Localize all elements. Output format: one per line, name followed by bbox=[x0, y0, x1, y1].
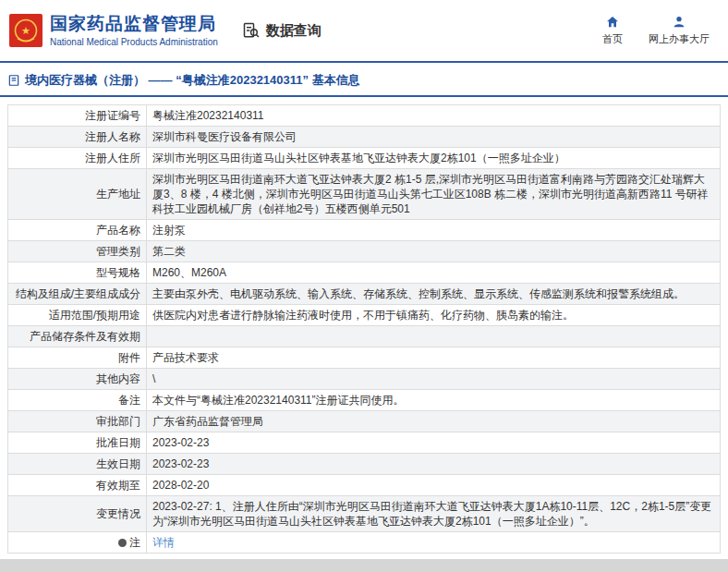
table-row: 产品储存条件及有效期 bbox=[8, 326, 721, 347]
header-links: 首页 网上办事大厅 bbox=[602, 15, 710, 46]
field-value: 深圳市光明区马田街道南环大道飞亚达钟表大厦2 栋1-5 层,深圳市光明区马田街道… bbox=[147, 169, 721, 220]
field-label: 有效期至 bbox=[8, 475, 147, 496]
field-value: 深圳市科曼医疗设备有限公司 bbox=[147, 127, 721, 148]
field-label: 变更情况 bbox=[8, 496, 147, 532]
table-row: 有效期至2028-02-20 bbox=[8, 475, 721, 496]
page-title: 境内医疗器械（注册） —— “粤械注准20232140311” 基本信息 bbox=[25, 72, 360, 89]
field-value: 广东省药品监督管理局 bbox=[147, 411, 721, 432]
service-hall-link[interactable]: 网上办事大厅 bbox=[649, 15, 710, 46]
table-row: 注册证编号粤械注准20232140311 bbox=[8, 105, 721, 127]
field-label: 适用范围/预期用途 bbox=[8, 305, 147, 326]
national-emblem-icon: ★ bbox=[9, 14, 42, 47]
field-value bbox=[147, 326, 721, 347]
field-label: 注 bbox=[8, 532, 147, 554]
info-table-wrap: 注册证编号粤械注准20232140311注册人名称深圳市科曼医疗设备有限公司注册… bbox=[0, 97, 728, 554]
field-value: 本文件与“粤械注准20232140311”注册证共同使用。 bbox=[147, 390, 721, 411]
info-table-body: 注册证编号粤械注准20232140311注册人名称深圳市科曼医疗设备有限公司注册… bbox=[8, 105, 721, 554]
header: ★ 国家药品监督管理局 National Medical Products Ad… bbox=[0, 0, 728, 61]
field-label: 结构及组成/主要组成成分 bbox=[8, 284, 147, 305]
field-value: 供医院内对患者进行静脉输注药液时使用，不用于镇痛药、化疗药物、胰岛素的输注。 bbox=[147, 305, 721, 326]
detail-link[interactable]: 详情 bbox=[152, 536, 175, 549]
field-value: M260、M260A bbox=[147, 262, 721, 284]
field-value: 2023-02-23 bbox=[147, 432, 721, 454]
table-row: 审批部门广东省药品监督管理局 bbox=[8, 411, 721, 432]
table-row: 型号规格M260、M260A bbox=[8, 262, 721, 284]
org-subtitle: National Medical Products Administration bbox=[50, 37, 218, 47]
table-row: 批准日期2023-02-23 bbox=[8, 432, 721, 454]
table-row: 适用范围/预期用途供医院内对患者进行静脉输注药液时使用，不用于镇痛药、化疗药物、… bbox=[8, 305, 721, 326]
footer-band bbox=[0, 559, 728, 572]
field-label: 型号规格 bbox=[8, 262, 147, 284]
org-title: 国家药品监督管理局 bbox=[50, 14, 218, 34]
field-value: 2023-02-27: 1、注册人住所由“深圳市光明区马田街道南环大道飞亚达钟表… bbox=[147, 496, 721, 532]
field-label: 管理类别 bbox=[8, 241, 147, 262]
field-label: 附件 bbox=[8, 347, 147, 369]
table-row: 结构及组成/主要组成成分主要由泵外壳、电机驱动系统、输入系统、存储系统、控制系统… bbox=[8, 284, 721, 305]
field-label: 产品储存条件及有效期 bbox=[8, 326, 147, 347]
table-row: 生产地址深圳市光明区马田街道南环大道飞亚达钟表大厦2 栋1-5 层,深圳市光明区… bbox=[8, 169, 721, 220]
data-query-icon bbox=[242, 21, 261, 40]
field-value: \ bbox=[147, 369, 721, 390]
info-table: 注册证编号粤械注准20232140311注册人名称深圳市科曼医疗设备有限公司注册… bbox=[7, 104, 721, 554]
field-value: 详情 bbox=[147, 532, 721, 554]
field-value: 注射泵 bbox=[147, 220, 721, 241]
table-row: 注册人住所深圳市光明区马田街道马山头社区钟表基地飞亚达钟表大厦2栋101（一照多… bbox=[8, 148, 721, 169]
data-query-nav[interactable]: 数据查询 bbox=[242, 21, 322, 40]
field-value: 2028-02-20 bbox=[147, 475, 721, 496]
home-label: 首页 bbox=[602, 32, 623, 46]
document-icon bbox=[7, 74, 20, 87]
table-row: 备注本文件与“粤械注准20232140311”注册证共同使用。 bbox=[8, 390, 721, 411]
field-label: 审批部门 bbox=[8, 411, 147, 432]
table-row: 变更情况2023-02-27: 1、注册人住所由“深圳市光明区马田街道南环大道飞… bbox=[8, 496, 721, 532]
field-value: 产品技术要求 bbox=[147, 347, 721, 369]
field-label: 产品名称 bbox=[8, 220, 147, 241]
table-row: 产品名称注射泵 bbox=[8, 220, 721, 241]
table-row: 附件产品技术要求 bbox=[8, 347, 721, 369]
table-row: 生效日期2023-02-23 bbox=[8, 454, 721, 475]
brand-text: 国家药品监督管理局 National Medical Products Admi… bbox=[50, 14, 218, 47]
field-label: 生产地址 bbox=[8, 169, 147, 220]
note-icon bbox=[118, 539, 127, 547]
field-label: 注册人住所 bbox=[8, 148, 147, 169]
home-icon bbox=[605, 15, 620, 30]
field-value: 深圳市光明区马田街道马山头社区钟表基地飞亚达钟表大厦2栋101（一照多址企业） bbox=[147, 148, 721, 169]
home-link[interactable]: 首页 bbox=[602, 15, 623, 46]
svg-text:★: ★ bbox=[21, 25, 30, 36]
service-hall-label: 网上办事大厅 bbox=[649, 32, 710, 46]
field-value: 2023-02-23 bbox=[147, 454, 721, 475]
table-row: 其他内容\ bbox=[8, 369, 721, 390]
person-icon bbox=[672, 15, 686, 30]
section-title-bar: 境内医疗器械（注册） —— “粤械注准20232140311” 基本信息 bbox=[0, 63, 728, 95]
field-label: 生效日期 bbox=[8, 454, 147, 475]
field-label: 批准日期 bbox=[8, 432, 147, 454]
table-row: 注册人名称深圳市科曼医疗设备有限公司 bbox=[8, 127, 721, 148]
field-value: 主要由泵外壳、电机驱动系统、输入系统、存储系统、控制系统、显示系统、传感监测系统… bbox=[147, 284, 721, 305]
data-query-label: 数据查询 bbox=[266, 22, 322, 40]
table-row: 管理类别第二类 bbox=[8, 241, 721, 262]
field-label: 注册证编号 bbox=[8, 105, 147, 127]
field-label: 注册人名称 bbox=[8, 127, 147, 148]
brand: ★ 国家药品监督管理局 National Medical Products Ad… bbox=[9, 14, 218, 47]
field-value: 粤械注准20232140311 bbox=[147, 105, 721, 127]
field-label: 备注 bbox=[8, 390, 147, 411]
field-label: 其他内容 bbox=[8, 369, 147, 390]
field-value: 第二类 bbox=[147, 241, 721, 262]
table-row: 注详情 bbox=[8, 532, 721, 554]
